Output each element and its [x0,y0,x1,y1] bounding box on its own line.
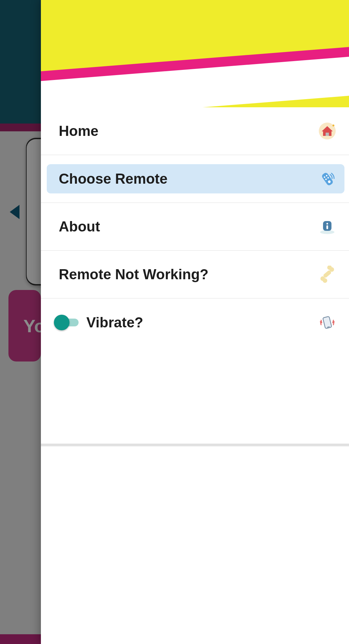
bone-icon [318,266,336,283]
drawer-spacer [41,446,349,644]
drawer-item-label: Vibrate? [86,314,318,331]
svg-point-14 [323,278,327,283]
home-icon [318,122,336,140]
info-icon [318,218,336,235]
drawer-item-label: Home [59,123,318,139]
drawer-list: Home Choose Remote [41,107,349,346]
vibrate-icon [318,314,336,331]
svg-rect-1 [326,133,329,136]
svg-point-2 [332,125,334,126]
svg-rect-18 [323,316,332,329]
svg-rect-12 [326,225,328,229]
svg-point-11 [326,223,328,224]
toggle-thumb [54,315,69,330]
drawer-item-remote-not-working[interactable]: Remote Not Working? [41,251,349,298]
drawer-footer-divider [41,444,349,446]
vibrate-toggle[interactable] [54,316,79,329]
remote-icon [318,170,336,188]
drawer-item-about[interactable]: About [41,203,349,251]
navigation-drawer: Home Choose Remote [41,0,349,644]
drawer-item-label: About [59,218,318,235]
drawer-header [41,0,349,107]
drawer-item-label: Remote Not Working? [59,266,318,283]
drawer-item-vibrate: Vibrate? [41,298,349,346]
drawer-item-label: Choose Remote [59,171,318,187]
drawer-item-choose-remote[interactable]: Choose Remote [41,155,349,203]
drawer-item-home[interactable]: Home [41,107,349,155]
